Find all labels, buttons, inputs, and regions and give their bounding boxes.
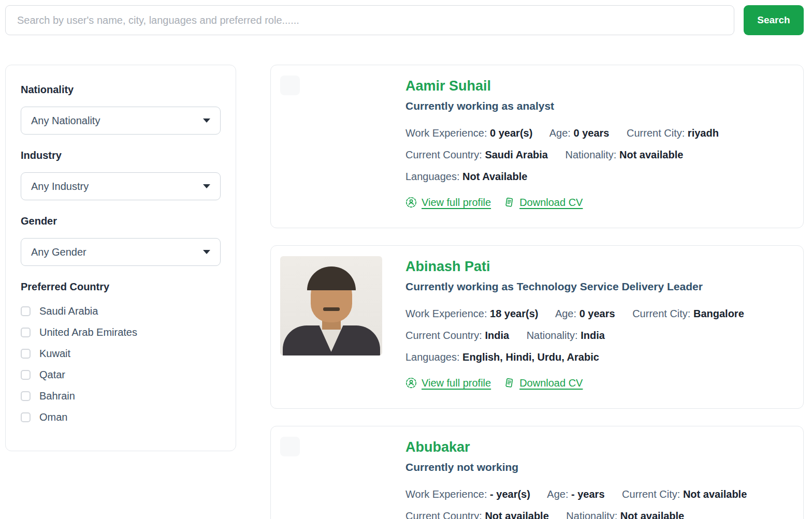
checkbox-icon[interactable] xyxy=(21,306,31,316)
checkbox-option-bahrain[interactable]: Bahrain xyxy=(21,390,221,402)
filter-gender: Gender Any Gender xyxy=(21,215,221,266)
candidate-details: Work Experience: - year(s) Age: - years … xyxy=(405,488,794,519)
candidate-media xyxy=(280,256,405,398)
detail-label: Work Experience: xyxy=(405,488,487,500)
industry-label: Industry xyxy=(21,150,221,161)
search-button[interactable]: Search xyxy=(744,5,804,35)
candidate-content: Aamir Suhail Currently working as analys… xyxy=(405,76,794,217)
detail-label: Nationality: xyxy=(527,330,578,341)
filters-panel: Nationality Any Nationality Industry Any… xyxy=(5,65,236,451)
detail-label: Current Country: xyxy=(405,510,482,519)
results-list: Aamir Suhail Currently working as analys… xyxy=(270,65,804,519)
detail-label: Work Experience: xyxy=(405,127,487,139)
candidate-name[interactable]: Abubakar xyxy=(405,440,794,455)
checkbox-option-kuwait[interactable]: Kuwait xyxy=(21,348,221,360)
detail-label: Languages: xyxy=(405,171,460,182)
candidate-media xyxy=(280,76,405,217)
detail-label: Work Experience: xyxy=(405,308,487,319)
detail-value: Saudi Arabia xyxy=(485,149,548,160)
detail-label: Current Country: xyxy=(405,330,482,341)
checkbox-option-qatar[interactable]: Qatar xyxy=(21,369,221,381)
detail-value: 0 year(s) xyxy=(490,127,532,139)
view-full-profile-link[interactable]: View full profile xyxy=(405,377,491,389)
avatar-placeholder xyxy=(280,437,300,456)
candidate-details: Work Experience: 0 year(s) Age: 0 years … xyxy=(405,127,794,183)
detail-label: Nationality: xyxy=(566,510,617,519)
checkbox-icon[interactable] xyxy=(21,391,31,401)
detail-label: Current City: xyxy=(627,127,685,139)
detail-label: Age: xyxy=(547,488,568,500)
detail-label: Current City: xyxy=(632,308,690,319)
nationality-label: Nationality xyxy=(21,84,221,96)
filter-preferred-country: Preferred Country Saudi Arabia United Ar… xyxy=(21,281,221,423)
detail-label: Current Country: xyxy=(405,149,482,160)
search-bar: Search xyxy=(0,0,812,35)
candidate-name[interactable]: Aamir Suhail xyxy=(405,79,794,94)
chevron-down-icon xyxy=(203,118,210,123)
detail-value: - years xyxy=(571,488,605,500)
detail-label: Current City: xyxy=(622,488,680,500)
candidate-content: Abinash Pati Currently working as Techno… xyxy=(405,256,794,398)
filter-nationality: Nationality Any Nationality xyxy=(21,84,221,135)
candidate-details: Work Experience: 18 year(s) Age: 0 years… xyxy=(405,308,794,363)
checkbox-option-saudi-arabia[interactable]: Saudi Arabia xyxy=(21,305,221,317)
gender-label: Gender xyxy=(21,215,221,227)
checkbox-label: Oman xyxy=(39,411,67,423)
avatar-placeholder xyxy=(280,76,300,95)
checkbox-icon[interactable] xyxy=(21,349,31,359)
checkbox-label: Saudi Arabia xyxy=(39,305,98,317)
chevron-down-icon xyxy=(203,250,210,254)
filter-industry: Industry Any Industry xyxy=(21,150,221,200)
candidate-card: Abubakar Currently not working Work Expe… xyxy=(270,426,804,519)
page-body: Nationality Any Nationality Industry Any… xyxy=(0,65,812,519)
detail-value: riyadh xyxy=(688,127,719,139)
detail-value: - year(s) xyxy=(490,488,530,500)
candidate-name[interactable]: Abinash Pati xyxy=(405,259,794,275)
document-icon xyxy=(503,377,515,389)
candidate-links: View full profile Download CV xyxy=(405,197,794,209)
candidate-photo xyxy=(280,256,382,355)
download-cv-link[interactable]: Download CV xyxy=(503,197,583,209)
profile-person-circle-icon xyxy=(405,377,417,389)
nationality-select[interactable]: Any Nationality xyxy=(21,107,221,135)
candidate-subtitle: Currently working as Technology Service … xyxy=(405,280,794,293)
search-input[interactable] xyxy=(5,5,734,35)
preferred-country-label: Preferred Country xyxy=(21,281,221,293)
view-full-profile-link[interactable]: View full profile xyxy=(405,197,491,209)
detail-value: Not available xyxy=(620,510,684,519)
detail-value: 18 year(s) xyxy=(490,308,538,319)
detail-value: Bangalore xyxy=(693,308,744,319)
chevron-down-icon xyxy=(203,184,210,188)
download-cv-link[interactable]: Download CV xyxy=(503,377,583,389)
detail-value: English, Hindi, Urdu, Arabic xyxy=(462,351,599,363)
candidate-media xyxy=(280,437,405,519)
checkbox-icon[interactable] xyxy=(21,412,31,422)
detail-value: India xyxy=(485,330,509,341)
candidate-links: View full profile Download CV xyxy=(405,377,794,389)
checkbox-label: Kuwait xyxy=(39,348,70,360)
industry-selected-value: Any Industry xyxy=(31,181,89,192)
detail-label: Age: xyxy=(555,308,576,319)
candidate-card: Abinash Pati Currently working as Techno… xyxy=(270,245,804,409)
checkbox-label: United Arab Emirates xyxy=(39,327,137,338)
detail-label: Languages: xyxy=(405,351,460,363)
candidate-subtitle: Currently not working xyxy=(405,461,794,473)
document-icon xyxy=(503,197,515,208)
detail-value: India xyxy=(581,330,605,341)
checkbox-label: Qatar xyxy=(39,369,65,381)
checkbox-option-oman[interactable]: Oman xyxy=(21,411,221,423)
detail-value: Not Available xyxy=(462,171,527,182)
checkbox-option-united-arab-emirates[interactable]: United Arab Emirates xyxy=(21,327,221,338)
detail-label: Age: xyxy=(549,127,571,139)
gender-selected-value: Any Gender xyxy=(31,246,86,258)
profile-person-circle-icon xyxy=(405,197,417,208)
checkbox-icon[interactable] xyxy=(21,370,31,380)
checkbox-icon[interactable] xyxy=(21,328,31,337)
checkbox-label: Bahrain xyxy=(39,390,75,402)
gender-select[interactable]: Any Gender xyxy=(21,238,221,266)
nationality-selected-value: Any Nationality xyxy=(31,115,100,127)
candidate-card: Aamir Suhail Currently working as analys… xyxy=(270,65,804,228)
detail-value: 0 years xyxy=(574,127,610,139)
detail-label: Nationality: xyxy=(565,149,616,160)
industry-select[interactable]: Any Industry xyxy=(21,172,221,200)
